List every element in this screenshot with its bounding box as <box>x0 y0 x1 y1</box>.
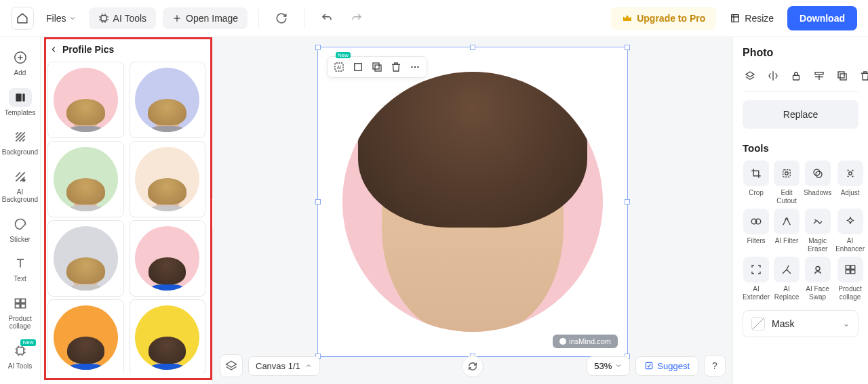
rail-item-ai-background[interactable]: AI Background <box>2 163 39 209</box>
canvas-stage: New AI insMind.com <box>213 37 732 384</box>
svg-point-22 <box>417 66 418 68</box>
collage-icon <box>14 297 27 310</box>
layer-order-button[interactable] <box>744 70 756 82</box>
avatar-circle <box>54 226 118 291</box>
handle-ml[interactable] <box>315 199 321 205</box>
template-thumb-3[interactable] <box>130 141 206 217</box>
tool-ai-face-swap[interactable]: AI Face Swap <box>804 257 831 301</box>
redo-icon <box>351 12 363 24</box>
crop-icon <box>352 61 364 73</box>
handle-tr[interactable] <box>625 45 630 50</box>
delete-button[interactable] <box>390 61 402 73</box>
rail-label: Add <box>14 69 26 77</box>
text-icon <box>14 257 27 270</box>
canvas-subject-hair-placeholder <box>358 72 587 228</box>
svg-point-37 <box>816 267 820 271</box>
template-thumb-5[interactable] <box>130 220 206 297</box>
tool-adjust[interactable]: Adjust <box>835 161 865 205</box>
redo-button[interactable] <box>345 7 368 30</box>
template-thumb-0[interactable] <box>47 62 124 138</box>
files-label: Files <box>46 13 66 24</box>
mask-label: Mask <box>772 318 794 329</box>
tool-filters[interactable]: Filters <box>743 209 770 253</box>
open-image-button[interactable]: Open Image <box>163 7 248 29</box>
help-button[interactable]: ? <box>704 355 726 377</box>
ai-cutout-button[interactable]: AI <box>333 61 345 73</box>
handle-tm[interactable] <box>470 45 475 50</box>
tool-icon <box>837 161 863 186</box>
divider <box>258 9 259 28</box>
handle-mr[interactable] <box>625 199 630 205</box>
tool-shadows[interactable]: Shadows <box>804 161 831 205</box>
tool-crop[interactable]: Crop <box>743 161 770 205</box>
sync-button[interactable] <box>270 7 293 30</box>
canvas-pager[interactable]: Canvas 1/1 <box>248 356 320 376</box>
svg-point-31 <box>785 172 789 175</box>
template-thumb-2[interactable] <box>47 141 124 217</box>
template-thumb-1[interactable] <box>130 62 206 138</box>
tool-ai-replace[interactable]: AI Replace <box>774 257 800 301</box>
resize-icon <box>730 13 741 24</box>
ai-tools-button[interactable]: AI Tools <box>89 7 157 29</box>
trash-icon <box>390 61 402 73</box>
upgrade-button[interactable]: Upgrade to Pro <box>611 7 716 30</box>
layers-button[interactable] <box>220 354 243 377</box>
svg-rect-29 <box>838 72 844 78</box>
files-dropdown[interactable]: Files <box>41 9 82 28</box>
tool-product-collage[interactable]: Product collage <box>835 257 865 301</box>
svg-rect-10 <box>15 299 20 303</box>
rail-item-product-collage[interactable]: Product collage <box>2 290 39 336</box>
duplicate-layer-button[interactable] <box>836 70 848 82</box>
rail-item-sticker[interactable]: Sticker <box>2 211 39 249</box>
crop-tool-button[interactable] <box>352 61 364 73</box>
rail-item-add[interactable]: Add <box>2 44 39 83</box>
more-button[interactable] <box>409 61 421 73</box>
zoom-label: 53% <box>594 361 612 371</box>
tool-icon <box>743 257 769 282</box>
rail-item-background[interactable]: Background <box>2 123 39 162</box>
undo-icon <box>321 12 333 24</box>
stack-icon <box>744 70 756 82</box>
undo-button[interactable] <box>315 7 338 30</box>
refresh-icon <box>467 361 478 372</box>
align-button[interactable] <box>813 70 825 82</box>
svg-rect-40 <box>846 270 850 274</box>
rail-item-ai-tools[interactable]: New AI Tools <box>2 337 39 376</box>
handle-tl[interactable] <box>315 45 321 50</box>
zoom-control[interactable]: 53% <box>587 356 630 376</box>
tool-edit-cutout[interactable]: Edit Cutout <box>774 161 800 205</box>
tool-ai-enhancer[interactable]: AI Enhancer <box>835 209 865 253</box>
tool-magic-eraser[interactable]: Magic Eraser <box>804 209 831 253</box>
suggest-button[interactable]: Suggest <box>635 356 698 376</box>
template-thumb-4[interactable] <box>47 220 124 297</box>
template-thumb-7[interactable] <box>130 299 206 373</box>
top-bar: Files AI Tools Open Image Upgrade to Pro… <box>0 0 868 37</box>
chevron-left-icon[interactable] <box>49 45 58 54</box>
resize-button[interactable]: Resize <box>723 9 781 28</box>
download-button[interactable]: Download <box>787 6 857 30</box>
mask-control[interactable]: Mask ⌄ <box>743 310 859 337</box>
rail-item-templates[interactable]: Templates <box>2 84 39 123</box>
artboard[interactable]: insMind.com <box>317 47 628 357</box>
tool-label: Shadows <box>804 189 831 204</box>
home-icon <box>16 12 28 24</box>
template-thumb-6[interactable] <box>47 299 124 373</box>
lock-button[interactable] <box>790 70 802 82</box>
tool-ai-filter[interactable]: AI Filter <box>774 209 800 253</box>
home-button[interactable] <box>11 7 34 30</box>
replace-button[interactable]: Replace <box>743 100 859 129</box>
rail-label: Templates <box>5 109 36 117</box>
watermark: insMind.com <box>553 335 618 348</box>
svg-rect-19 <box>373 63 379 69</box>
tool-ai-extender[interactable]: AI Extender <box>743 257 770 301</box>
duplicate-button[interactable] <box>371 61 383 73</box>
rail-item-text[interactable]: Text <box>2 250 39 289</box>
crown-icon <box>622 13 633 24</box>
svg-text:AI: AI <box>337 65 342 70</box>
flip-button[interactable] <box>767 70 779 82</box>
avatar-circle <box>54 305 118 370</box>
tool-icon <box>805 161 831 186</box>
delete-layer-button[interactable] <box>859 70 868 82</box>
refresh-canvas-button[interactable] <box>462 356 484 377</box>
avatar-circle <box>135 68 199 132</box>
